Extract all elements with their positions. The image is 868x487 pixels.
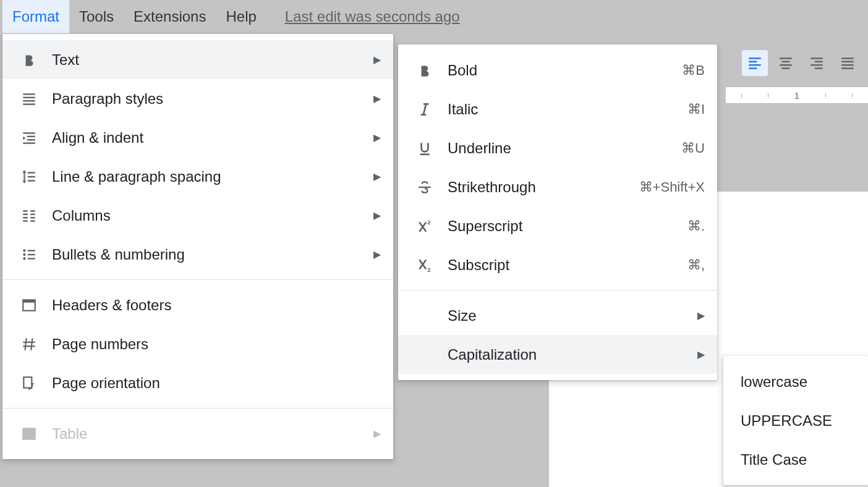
menu-item-label: Underline [448, 140, 681, 157]
menu-item-lowercase[interactable]: lowercase [723, 362, 868, 401]
menu-item-uppercase[interactable]: UPPERCASE [723, 401, 868, 440]
svg-marker-29 [22, 180, 27, 183]
menu-item-label: Table [52, 425, 373, 443]
align-left-button[interactable] [742, 50, 768, 76]
superscript-icon: 2 [414, 218, 435, 234]
menu-item-italic[interactable]: Italic ⌘I [398, 90, 717, 129]
menu-item-text[interactable]: Text ▶ [2, 40, 393, 79]
menu-item-shortcut: ⌘B [682, 62, 705, 78]
svg-text:2: 2 [427, 218, 431, 225]
menu-item-capitalization[interactable]: Capitalization ▶ [398, 335, 717, 374]
menu-item-label: Headers & footers [52, 297, 381, 314]
columns-icon [19, 208, 40, 224]
menu-item-label: Size [448, 307, 697, 324]
ruler: 1 [726, 87, 868, 104]
menu-item-label: UPPERCASE [741, 412, 851, 430]
menu-extensions[interactable]: Extensions [124, 0, 216, 33]
align-center-button[interactable] [773, 50, 799, 76]
indent-icon [19, 130, 40, 146]
chevron-right-icon: ▶ [373, 171, 381, 182]
chevron-right-icon: ▶ [697, 349, 705, 360]
svg-line-47 [31, 338, 32, 350]
bold-icon [414, 62, 435, 78]
svg-point-39 [23, 253, 25, 255]
menu-item-label: Capitalization [448, 346, 697, 363]
menu-item-label: Page numbers [52, 336, 381, 353]
menu-item-shortcut: ⌘U [681, 140, 705, 156]
menu-item-label: Text [52, 51, 373, 69]
menu-item-label: Subscript [448, 256, 687, 274]
menu-item-label: Superscript [448, 218, 687, 235]
menu-item-label: Bullets & numbering [52, 246, 373, 263]
paragraph-icon [19, 91, 40, 107]
menu-item-table: Table ▶ [2, 414, 393, 453]
menu-item-label: Align & indent [52, 129, 373, 146]
capitalization-submenu: lowercase UPPERCASE Title Case [723, 356, 868, 485]
menu-item-label: Line & paragraph spacing [52, 168, 373, 185]
menu-item-shortcut: ⌘, [687, 257, 705, 273]
chevron-right-icon: ▶ [373, 248, 381, 260]
menu-item-bold[interactable]: Bold ⌘B [398, 51, 717, 90]
menu-item-label: Strikethrough [448, 179, 639, 196]
line-spacing-icon [19, 169, 40, 185]
chevron-right-icon: ▶ [373, 210, 381, 221]
menu-separator [2, 408, 393, 409]
last-edit-status[interactable]: Last edit was seconds ago [285, 8, 460, 25]
menu-item-label: Title Case [741, 451, 851, 468]
svg-marker-28 [22, 170, 27, 172]
align-justify-button[interactable] [835, 50, 861, 76]
menu-item-shortcut: ⌘I [687, 101, 705, 117]
menu-item-page-numbers[interactable]: Page numbers [2, 324, 393, 363]
align-right-button[interactable] [804, 50, 830, 76]
svg-point-38 [23, 249, 25, 252]
menu-item-page-orientation[interactable]: Page orientation [2, 363, 393, 402]
svg-rect-45 [23, 300, 35, 302]
chevron-right-icon: ▶ [373, 93, 381, 104]
menu-item-line-spacing[interactable]: Line & paragraph spacing ▶ [2, 157, 393, 196]
menu-item-superscript[interactable]: 2 Superscript ⌘. [398, 206, 717, 245]
strikethrough-icon [414, 179, 435, 195]
bold-icon [19, 52, 40, 68]
toolbar-alignment [734, 43, 868, 83]
ruler-mark-1: 1 [794, 90, 799, 101]
menu-item-label: Page orientation [52, 375, 381, 392]
headers-footers-icon [19, 297, 40, 313]
menu-item-label: Bold [448, 62, 682, 79]
menu-item-paragraph-styles[interactable]: Paragraph styles ▶ [2, 79, 393, 118]
menu-item-underline[interactable]: Underline ⌘U [398, 129, 717, 167]
menu-item-headers-footers[interactable]: Headers & footers [2, 286, 393, 324]
orientation-icon [19, 375, 40, 391]
menu-tools[interactable]: Tools [69, 0, 124, 33]
svg-text:2: 2 [427, 266, 431, 273]
menu-item-columns[interactable]: Columns ▶ [2, 196, 393, 235]
svg-point-40 [23, 257, 25, 260]
menu-item-subscript[interactable]: 2 Subscript ⌘, [398, 245, 717, 284]
menu-item-label: lowercase [741, 373, 851, 391]
chevron-right-icon: ▶ [373, 132, 381, 143]
svg-line-46 [25, 338, 27, 350]
menu-item-label: Italic [448, 101, 687, 118]
menu-separator [2, 279, 393, 280]
menu-item-align-indent[interactable]: Align & indent ▶ [2, 118, 393, 157]
menu-item-strikethrough[interactable]: Strikethrough ⌘+Shift+X [398, 167, 717, 206]
menu-item-bullets-numbering[interactable]: Bullets & numbering ▶ [2, 235, 393, 274]
hash-icon [19, 336, 40, 352]
text-submenu: Bold ⌘B Italic ⌘I Underline ⌘U Strikethr… [398, 44, 717, 380]
underline-icon [414, 140, 435, 156]
chevron-right-icon: ▶ [373, 428, 381, 439]
menu-help[interactable]: Help [216, 0, 266, 33]
menu-format[interactable]: Format [2, 0, 69, 33]
format-dropdown: Text ▶ Paragraph styles ▶ Align & indent… [2, 34, 393, 459]
menu-item-shortcut: ⌘+Shift+X [639, 179, 705, 195]
menu-item-label: Columns [52, 207, 373, 224]
svg-rect-50 [23, 377, 32, 387]
bullets-icon [19, 247, 40, 263]
italic-icon [414, 101, 435, 117]
chevron-right-icon: ▶ [697, 310, 705, 321]
svg-marker-24 [23, 136, 25, 139]
menu-item-titlecase[interactable]: Title Case [723, 440, 868, 479]
table-icon [19, 426, 40, 442]
menu-item-shortcut: ⌘. [687, 218, 705, 234]
menu-item-label: Paragraph styles [52, 90, 373, 108]
menu-item-size[interactable]: Size ▶ [398, 296, 717, 335]
